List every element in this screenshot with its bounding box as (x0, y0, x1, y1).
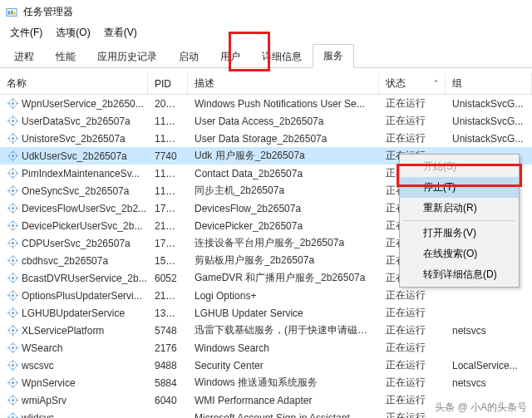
svc-desc: User Data Storage_2b26507a (188, 133, 379, 145)
svc-desc: 剪贴板用户服务_2b26507a (188, 253, 379, 268)
gear-icon (7, 273, 18, 284)
app-icon (5, 5, 18, 18)
header-pid[interactable]: PID (148, 73, 188, 94)
svc-name: UnistoreSvc_2b26507a (22, 133, 126, 145)
cm-search-online[interactable]: 在线搜索(O) (400, 243, 519, 264)
svc-desc: Security Center (188, 360, 379, 371)
svg-point-83 (11, 329, 13, 332)
svc-desc: User Data Access_2b26507a (188, 116, 379, 127)
svc-name: PimIndexMaintenanceSv... (22, 168, 140, 179)
svc-desc: Logi Options+ (188, 290, 379, 302)
svc-desc: 连接设备平台用户服务_2b26507a (188, 236, 379, 250)
table-row[interactable]: wscsvc9488Security Center正在运行LocalServic… (0, 357, 532, 374)
cm-restart[interactable]: 重新启动(R) (400, 198, 519, 219)
svc-desc: DevicePicker_2b26507a (188, 220, 379, 232)
tab-details[interactable]: 详细信息 (251, 45, 313, 68)
tab-users[interactable]: 用户 (209, 45, 251, 68)
svc-pid: 15236 (148, 255, 188, 267)
svg-point-107 (11, 399, 13, 401)
svc-desc: Contact Data_2b26507a (188, 168, 379, 179)
window-title: 任务管理器 (23, 5, 73, 19)
cm-stop[interactable]: 停止(T) (400, 177, 519, 198)
menu-options[interactable]: 选项(O) (49, 24, 96, 42)
gear-icon (7, 360, 18, 371)
table-row[interactable]: LGHUBUpdaterService13168LGHUB Updater Se… (0, 304, 532, 322)
table-row[interactable]: WpnUserService_2b2650...20780Windows Pus… (0, 95, 532, 112)
svc-name: wmiApSrv (22, 395, 66, 406)
svc-pid: 6052 (148, 273, 188, 284)
svc-group: LocalService... (446, 360, 532, 371)
svg-point-95 (11, 364, 13, 366)
svc-desc: Udk 用户服务_2b26507a (188, 149, 379, 163)
tab-services[interactable]: 服务 (313, 44, 354, 68)
gear-icon (7, 238, 18, 249)
gear-icon (7, 307, 18, 319)
svc-desc: LGHUB Updater Service (188, 307, 379, 319)
table-row[interactable]: WpnService5884Windows 推送通知系统服务正在运行netsvc… (0, 374, 532, 391)
table-row[interactable]: UnistoreSvc_2b26507a11032User Data Stora… (0, 130, 532, 147)
svc-desc: DevicesFlow_2b26507a (188, 203, 379, 214)
sort-arrow-icon: ˄ (434, 79, 438, 88)
svg-point-47 (11, 224, 13, 227)
svg-point-89 (11, 347, 13, 349)
tab-processes[interactable]: 进程 (3, 45, 45, 68)
svc-pid: 7740 (148, 150, 188, 162)
gear-icon (7, 133, 18, 145)
svc-name: cbdhsvc_2b26507a (22, 255, 108, 267)
svc-pid: 17392 (148, 238, 188, 249)
gear-icon (7, 395, 18, 406)
svc-name: UserDataSvc_2b26507a (22, 116, 131, 127)
menu-file[interactable]: 文件(F) (3, 24, 49, 42)
svc-pid: 20780 (148, 98, 188, 110)
svg-point-71 (11, 294, 13, 297)
title-bar: 任务管理器 (0, 0, 532, 23)
svg-point-41 (11, 207, 13, 209)
column-headers: 名称 PID 描述 状态˄ 组 (0, 73, 532, 95)
header-status[interactable]: 状态˄ (379, 73, 446, 94)
menu-view[interactable]: 查看(V) (97, 24, 144, 42)
svc-status: 正在运行 (379, 376, 446, 390)
svc-name: WpnUserService_2b2650... (22, 98, 144, 110)
svg-point-23 (11, 155, 13, 157)
gear-icon (7, 377, 18, 389)
svc-group: UnistackSvcG... (446, 116, 532, 127)
svc-pid: 17644 (148, 203, 188, 214)
svc-name: DevicesFlowUserSvc_2b2... (22, 203, 146, 214)
table-row[interactable]: OptionsPlusUpdaterServi...21620Logi Opti… (0, 287, 532, 304)
svc-status: 正在运行 (379, 306, 446, 320)
tab-startup[interactable]: 启动 (168, 45, 209, 68)
svc-desc: Windows Search (188, 342, 379, 354)
svc-name: wscsvc (22, 360, 54, 371)
cm-open-services[interactable]: 打开服务(V) (400, 223, 519, 243)
gear-icon (7, 342, 18, 354)
header-group[interactable]: 组 (446, 73, 532, 94)
svc-desc: GameDVR 和广播用户服务_2b26507a (188, 271, 379, 285)
svg-point-77 (11, 312, 13, 314)
table-row[interactable]: WSearch2176Windows Search正在运行 (0, 339, 532, 357)
svc-status: 正在运行 (379, 131, 446, 145)
svc-pid: 21056 (148, 220, 188, 232)
svg-point-29 (11, 172, 13, 175)
svc-status: 正在运行 (379, 323, 446, 337)
tab-performance[interactable]: 性能 (45, 45, 86, 68)
svg-point-65 (11, 277, 13, 279)
svc-group: UnistackSvcG... (446, 133, 532, 145)
svc-name: CDPUserSvc_2b26507a (22, 238, 131, 249)
svc-group: UnistackSvcG... (446, 98, 532, 110)
svc-status: 正在运行 (379, 96, 446, 111)
header-name[interactable]: 名称 (0, 73, 148, 94)
table-row[interactable]: XLServicePlatform5748迅雷下载基础服务，(用于快速申请磁盘.… (0, 322, 532, 339)
cm-go-details[interactable]: 转到详细信息(D) (400, 264, 519, 285)
svc-pid: 13168 (148, 307, 188, 319)
svc-desc: 同步主机_2b26507a (188, 184, 379, 198)
watermark: 头条 @ 小A的头条号 (435, 401, 527, 415)
table-row[interactable]: UserDataSvc_2b26507a11032User Data Acces… (0, 112, 532, 130)
gear-icon (7, 203, 18, 214)
svc-name: WSearch (22, 342, 62, 354)
tab-history[interactable]: 应用历史记录 (86, 45, 168, 68)
svc-pid: 5884 (148, 377, 188, 389)
svg-rect-3 (14, 12, 16, 15)
svc-name: OneSyncSvc_2b26507a (22, 185, 129, 197)
header-desc[interactable]: 描述 (188, 73, 379, 94)
svc-pid: 6040 (148, 395, 188, 406)
